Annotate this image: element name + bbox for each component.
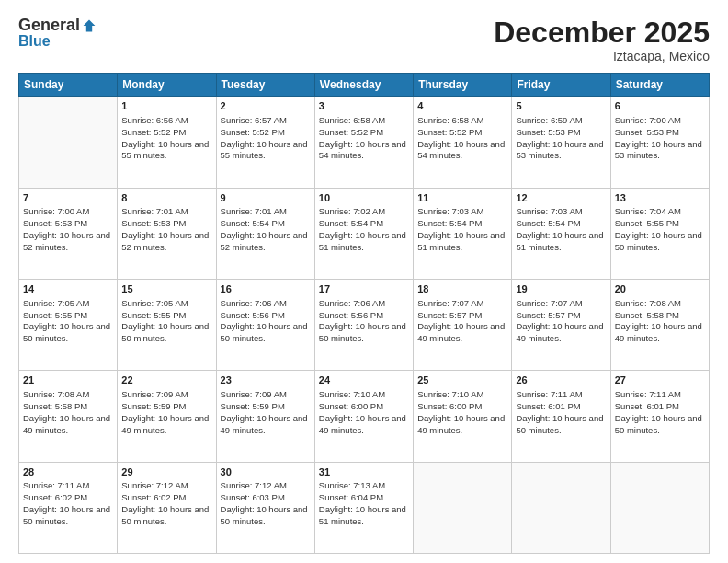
sunrise-text: Sunrise: 7:06 AM xyxy=(221,298,287,308)
day-number: 25 xyxy=(417,373,507,387)
daylight-text: Daylight: 10 hours and 50 minutes. xyxy=(121,321,209,343)
day-number: 22 xyxy=(121,373,211,387)
sunset-text: Sunset: 5:53 PM xyxy=(121,218,186,228)
daylight-text: Daylight: 10 hours and 55 minutes. xyxy=(121,139,209,161)
sunrise-text: Sunrise: 7:03 AM xyxy=(516,206,582,216)
calendar-cell: 7Sunrise: 7:00 AMSunset: 5:53 PMDaylight… xyxy=(19,188,118,279)
calendar-cell: 8Sunrise: 7:01 AMSunset: 5:53 PMDaylight… xyxy=(118,188,216,279)
daylight-text: Daylight: 10 hours and 53 minutes. xyxy=(516,139,603,161)
calendar-cell: 10Sunrise: 7:02 AMSunset: 5:54 PMDayligh… xyxy=(314,188,413,279)
calendar-cell: 21Sunrise: 7:08 AMSunset: 5:58 PMDayligh… xyxy=(19,371,118,462)
calendar-cell xyxy=(512,462,610,553)
calendar-cell: 13Sunrise: 7:04 AMSunset: 5:55 PMDayligh… xyxy=(610,188,709,279)
col-saturday: Saturday xyxy=(610,74,709,97)
logo-icon xyxy=(82,18,97,33)
day-number: 8 xyxy=(121,191,211,205)
daylight-text: Daylight: 10 hours and 50 minutes. xyxy=(615,413,702,435)
sunset-text: Sunset: 6:00 PM xyxy=(417,401,482,411)
calendar-cell: 27Sunrise: 7:11 AMSunset: 6:01 PMDayligh… xyxy=(610,371,709,462)
day-number: 13 xyxy=(615,191,705,205)
sunrise-text: Sunrise: 7:07 AM xyxy=(516,298,582,308)
daylight-text: Daylight: 10 hours and 49 minutes. xyxy=(319,413,406,435)
daylight-text: Daylight: 10 hours and 49 minutes. xyxy=(121,413,209,435)
calendar-cell: 1Sunrise: 6:56 AMSunset: 5:52 PMDaylight… xyxy=(118,97,216,188)
daylight-text: Daylight: 10 hours and 51 minutes. xyxy=(319,230,406,252)
sunrise-text: Sunrise: 6:59 AM xyxy=(516,115,582,125)
day-number: 26 xyxy=(516,373,606,387)
calendar-cell: 5Sunrise: 6:59 AMSunset: 5:53 PMDaylight… xyxy=(512,97,610,188)
day-number: 18 xyxy=(417,282,507,296)
day-number: 4 xyxy=(417,99,507,113)
sunrise-text: Sunrise: 7:10 AM xyxy=(319,389,385,399)
day-number: 11 xyxy=(417,191,507,205)
calendar-cell: 18Sunrise: 7:07 AMSunset: 5:57 PMDayligh… xyxy=(414,279,512,370)
daylight-text: Daylight: 10 hours and 51 minutes. xyxy=(417,230,505,252)
day-number: 30 xyxy=(221,465,311,479)
sunrise-text: Sunrise: 7:05 AM xyxy=(23,298,89,308)
daylight-text: Daylight: 10 hours and 51 minutes. xyxy=(319,504,406,526)
sunset-text: Sunset: 5:55 PM xyxy=(23,310,87,320)
day-number: 1 xyxy=(121,99,211,113)
sunset-text: Sunset: 6:04 PM xyxy=(319,492,383,502)
sunrise-text: Sunrise: 7:08 AM xyxy=(615,298,681,308)
sunset-text: Sunset: 6:01 PM xyxy=(516,401,580,411)
day-number: 16 xyxy=(221,282,311,296)
day-number: 3 xyxy=(319,99,409,113)
sunrise-text: Sunrise: 7:06 AM xyxy=(319,298,385,308)
day-number: 24 xyxy=(319,373,409,387)
calendar-cell: 17Sunrise: 7:06 AMSunset: 5:56 PMDayligh… xyxy=(314,279,413,370)
daylight-text: Daylight: 10 hours and 54 minutes. xyxy=(319,139,406,161)
calendar-table: Sunday Monday Tuesday Wednesday Thursday… xyxy=(18,73,710,554)
col-sunday: Sunday xyxy=(19,74,118,97)
sunrise-text: Sunrise: 6:58 AM xyxy=(417,115,483,125)
day-number: 23 xyxy=(221,373,311,387)
sunset-text: Sunset: 5:56 PM xyxy=(221,310,285,320)
day-number: 29 xyxy=(121,465,211,479)
sunrise-text: Sunrise: 6:57 AM xyxy=(221,115,287,125)
calendar-cell: 26Sunrise: 7:11 AMSunset: 6:01 PMDayligh… xyxy=(512,371,610,462)
calendar-cell: 24Sunrise: 7:10 AMSunset: 6:00 PMDayligh… xyxy=(314,371,413,462)
calendar-cell: 15Sunrise: 7:05 AMSunset: 5:55 PMDayligh… xyxy=(118,279,216,370)
day-number: 14 xyxy=(23,282,113,296)
sunrise-text: Sunrise: 7:11 AM xyxy=(23,480,89,490)
sunset-text: Sunset: 5:56 PM xyxy=(319,310,383,320)
sunset-text: Sunset: 5:58 PM xyxy=(615,310,679,320)
sunrise-text: Sunrise: 7:05 AM xyxy=(121,298,188,308)
day-number: 9 xyxy=(221,191,311,205)
daylight-text: Daylight: 10 hours and 50 minutes. xyxy=(121,504,209,526)
daylight-text: Daylight: 10 hours and 52 minutes. xyxy=(221,230,308,252)
calendar-cell: 23Sunrise: 7:09 AMSunset: 5:59 PMDayligh… xyxy=(216,371,314,462)
col-thursday: Thursday xyxy=(414,74,512,97)
calendar-cell: 16Sunrise: 7:06 AMSunset: 5:56 PMDayligh… xyxy=(216,279,314,370)
day-number: 27 xyxy=(615,373,705,387)
day-number: 20 xyxy=(615,282,705,296)
sunrise-text: Sunrise: 6:58 AM xyxy=(319,115,385,125)
sunrise-text: Sunrise: 7:00 AM xyxy=(23,206,89,216)
sunrise-text: Sunrise: 7:13 AM xyxy=(319,480,385,490)
daylight-text: Daylight: 10 hours and 50 minutes. xyxy=(23,321,110,343)
calendar-header-row: Sunday Monday Tuesday Wednesday Thursday… xyxy=(19,74,710,97)
sunset-text: Sunset: 5:59 PM xyxy=(221,401,285,411)
sunset-text: Sunset: 5:52 PM xyxy=(319,127,383,137)
sunset-text: Sunset: 5:53 PM xyxy=(615,127,679,137)
day-number: 7 xyxy=(23,191,113,205)
sunset-text: Sunset: 6:01 PM xyxy=(615,401,679,411)
calendar-cell: 4Sunrise: 6:58 AMSunset: 5:52 PMDaylight… xyxy=(414,97,512,188)
calendar-week-row-3: 21Sunrise: 7:08 AMSunset: 5:58 PMDayligh… xyxy=(19,371,710,462)
sunrise-text: Sunrise: 7:11 AM xyxy=(615,389,681,399)
calendar-cell: 2Sunrise: 6:57 AMSunset: 5:52 PMDaylight… xyxy=(216,97,314,188)
calendar-week-row-1: 7Sunrise: 7:00 AMSunset: 5:53 PMDaylight… xyxy=(19,188,710,279)
calendar-cell: 25Sunrise: 7:10 AMSunset: 6:00 PMDayligh… xyxy=(414,371,512,462)
sunrise-text: Sunrise: 7:08 AM xyxy=(23,389,89,399)
sunrise-text: Sunrise: 7:12 AM xyxy=(121,480,188,490)
daylight-text: Daylight: 10 hours and 52 minutes. xyxy=(121,230,209,252)
sunrise-text: Sunrise: 7:01 AM xyxy=(121,206,188,216)
calendar-week-row-0: 1Sunrise: 6:56 AMSunset: 5:52 PMDaylight… xyxy=(19,97,710,188)
logo: General Blue xyxy=(18,17,97,50)
sunset-text: Sunset: 5:57 PM xyxy=(417,310,482,320)
calendar-cell: 29Sunrise: 7:12 AMSunset: 6:02 PMDayligh… xyxy=(118,462,216,553)
daylight-text: Daylight: 10 hours and 49 minutes. xyxy=(615,321,702,343)
sunrise-text: Sunrise: 7:04 AM xyxy=(615,206,681,216)
day-number: 5 xyxy=(516,99,606,113)
calendar-cell: 3Sunrise: 6:58 AMSunset: 5:52 PMDaylight… xyxy=(314,97,413,188)
